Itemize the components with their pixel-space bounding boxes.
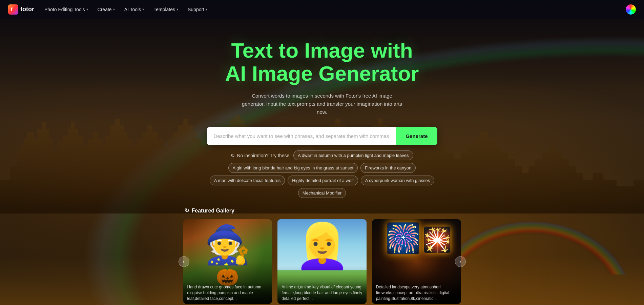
avatar[interactable]	[626, 4, 636, 15]
suggestion-pill-5[interactable]: A cyberpunk woman with glasses	[361, 176, 434, 185]
chevron-down-icon: ▾	[86, 7, 88, 11]
logo-icon: f	[8, 4, 18, 15]
suggestion-pill-1[interactable]: A girl with long blonde hair and big eye…	[228, 163, 358, 173]
suggestion-pill-4[interactable]: Highly detailed portrait of a wolf	[288, 176, 358, 185]
suggestion-pill-6[interactable]: Mechanical Modifier	[298, 188, 346, 198]
gallery-icon: ↻	[185, 207, 189, 214]
prompt-input[interactable]	[207, 127, 396, 145]
suggestion-pill-2[interactable]: Fireworks in the canyon	[360, 163, 416, 173]
suggestions-area: ↻ No inspiration? Try these: A dwarf in …	[190, 150, 454, 198]
chevron-down-icon: ▾	[142, 7, 144, 11]
nav-ai-tools[interactable]: AI Tools ▾	[121, 5, 148, 14]
gallery-carousel-wrap: ‹ 🧙 🎃 Hand drawn cute gnomes face in aut…	[183, 219, 461, 304]
gallery-carousel: 🧙 🎃 Hand drawn cute gnomes face in autum…	[183, 219, 461, 304]
chevron-down-icon: ▾	[176, 7, 178, 11]
navbar: f fotor Photo Editing Tools ▾ Create ▾ A…	[0, 0, 644, 19]
gallery-card-1: 👱‍♀️ Anime art,anime key visual of elega…	[277, 219, 367, 304]
chevron-down-icon: ▾	[206, 7, 207, 11]
refresh-icon: ↻	[231, 153, 235, 158]
hero-subtitle: Convert words to images in seconds with …	[241, 92, 403, 116]
nav-templates[interactable]: Templates ▾	[150, 5, 182, 14]
gallery-card-caption-0: Hand drawn cute gnomes face in autumn di…	[183, 281, 272, 304]
gallery-header: ↻ Featured Gallery	[183, 207, 461, 214]
suggestion-pill-0[interactable]: A dwarf in autumn with a pumpkin light a…	[293, 150, 413, 160]
hero-content: Text to Image with AI Image Generator Co…	[219, 19, 426, 127]
carousel-prev-button[interactable]: ‹	[179, 256, 189, 267]
nav-support[interactable]: Support ▾	[184, 5, 211, 14]
logo-text: fotor	[20, 6, 34, 13]
nav-create[interactable]: Create ▾	[94, 5, 118, 14]
hero-title: Text to Image with AI Image Generator	[225, 39, 419, 85]
gallery-card-caption-1: Anime art,anime key visual of elegant yo…	[277, 281, 367, 304]
featured-gallery: ↻ Featured Gallery ‹ 🧙 🎃 Hand drawn cute…	[183, 207, 461, 304]
suggestion-pill-3[interactable]: A man with delicate facial features	[210, 176, 285, 185]
no-inspiration-label: ↻ No inspiration? Try these:	[231, 153, 291, 158]
svg-text:f: f	[11, 7, 13, 12]
gallery-title: Featured Gallery	[192, 208, 234, 214]
generate-button[interactable]: Generate	[396, 127, 437, 145]
gallery-card-caption-2: Detailed landscape,very atmospheri firew…	[372, 281, 461, 304]
logo[interactable]: f fotor	[8, 4, 34, 15]
carousel-next-button[interactable]: ›	[455, 256, 466, 267]
hero-section: Text to Image with AI Image Generator Co…	[0, 0, 644, 305]
chevron-down-icon: ▾	[113, 7, 115, 11]
nav-photo-editing[interactable]: Photo Editing Tools ▾	[41, 5, 91, 14]
search-bar: Generate	[207, 127, 437, 145]
gallery-card-0: 🧙 🎃 Hand drawn cute gnomes face in autum…	[183, 219, 272, 304]
gallery-card-2: 🎆 🎇 Detailed landscape,very atmospheri f…	[372, 219, 461, 304]
